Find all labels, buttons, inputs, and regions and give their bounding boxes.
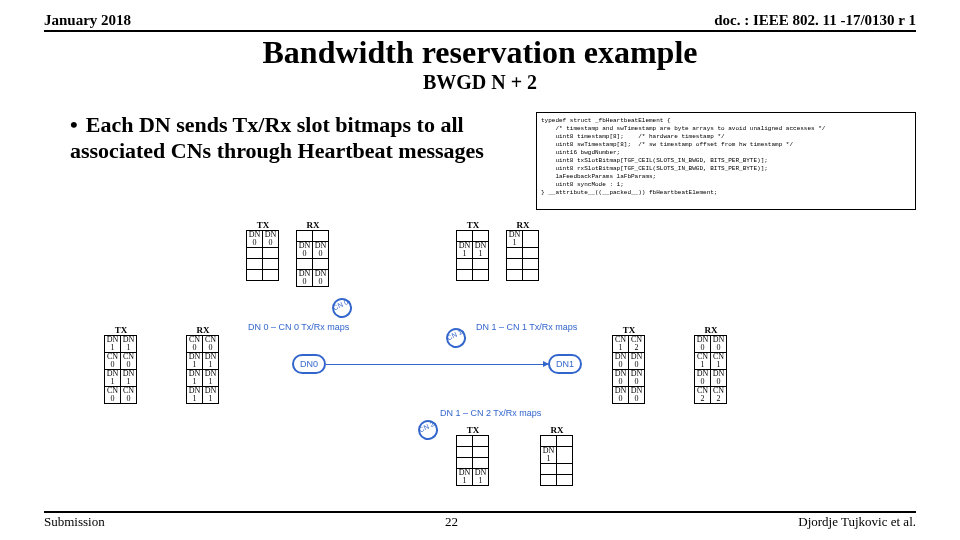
node-dn1: DN1 — [548, 354, 582, 374]
table-rightA-rx: DN 0DN 0CN 1CN 1DN 0DN 0CN 2CN 2 — [694, 335, 727, 404]
edge-dn0-dn1 — [326, 364, 548, 365]
group-right-a: TX CN 1CN 2DN 0DN 0DN 0DN 0DN 0DN 0 — [612, 325, 646, 404]
group-top-b: TX DN 1DN 1 — [456, 220, 490, 281]
table-topB-rx: DN 1 — [506, 230, 539, 281]
table-topA-tx: DN 0DN 0 — [246, 230, 279, 281]
node-dn0: DN0 — [292, 354, 326, 374]
table-leftA-rx: CN 0CN 0DN 1DN 1DN 1DN 1DN 1DN 1 — [186, 335, 219, 404]
header-right: doc. : IEEE 802. 11 -17/0130 r 1 — [714, 12, 916, 29]
page-title: Bandwidth reservation example — [44, 34, 916, 71]
footer-left: Submission — [44, 514, 105, 530]
table-rightA-tx: CN 1CN 2DN 0DN 0DN 0DN 0DN 0DN 0 — [612, 335, 645, 404]
map-label-c: DN 1 – CN 2 Tx/Rx maps — [440, 408, 541, 418]
footer-mid: 22 — [445, 514, 458, 530]
group-bot-a: TX DN 1DN 1 — [456, 425, 490, 486]
table-topB-tx: DN 1DN 1 — [456, 230, 489, 281]
group-right-a-rx: RX DN 0DN 0CN 1CN 1DN 0DN 0CN 2CN 2 — [694, 325, 728, 404]
group-left-a-rx: RX CN 0CN 0DN 1DN 1DN 1DN 1DN 1DN 1 — [186, 325, 220, 404]
code-block: typedef struct _fbHeartbeatElement { /* … — [536, 112, 916, 210]
group-top-a-rx: RX DN 0DN 0DN 0DN 0 — [296, 220, 330, 287]
node-cn1: CN 1 — [443, 325, 470, 352]
group-top-a: TX DN 0DN 0 — [246, 220, 280, 281]
map-label-b: DN 1 – CN 1 Tx/Rx maps — [476, 322, 577, 332]
table-botA-rx: DN 1 — [540, 435, 573, 486]
node-cn2: CN 2 — [415, 417, 442, 444]
table-leftA-tx: DN 1DN 1CN 0CN 0DN 1DN 1CN 0CN 0 — [104, 335, 137, 404]
table-botA-tx: DN 1DN 1 — [456, 435, 489, 486]
footer-right: Djordje Tujkovic et al. — [798, 514, 916, 530]
group-top-b-rx: RX DN 1 — [506, 220, 540, 281]
node-cn0: CN 0 — [329, 295, 356, 322]
table-topA-rx: DN 0DN 0DN 0DN 0 — [296, 230, 329, 287]
header-left: January 2018 — [44, 12, 131, 29]
group-left-a: TX DN 1DN 1CN 0CN 0DN 1DN 1CN 0CN 0 — [104, 325, 138, 404]
group-bot-a-rx: RX DN 1 — [540, 425, 574, 486]
map-label-a: DN 0 – CN 0 Tx/Rx maps — [248, 322, 349, 332]
bullet-main: •Each DN sends Tx/Rx slot bitmaps to all… — [70, 112, 530, 164]
page-subtitle: BWGD N + 2 — [44, 71, 916, 94]
